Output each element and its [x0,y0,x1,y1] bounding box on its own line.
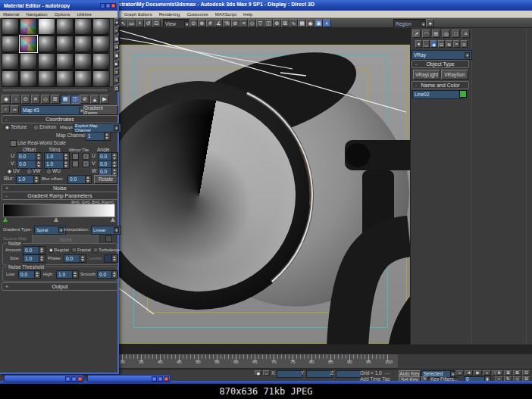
menu-maxscript[interactable]: MAXScript [215,12,236,17]
me-menu-navigation[interactable]: Navigation [26,12,47,17]
coordinates-rollout[interactable]: - Coordinates [2,115,118,123]
zoom-all-icon[interactable]: ⊞ [504,370,512,376]
me-menu-utilities[interactable]: Utilities [77,12,91,17]
sample-slot[interactable] [74,36,92,52]
sample-slot[interactable] [20,18,37,35]
slots-vertical-scrollbar[interactable] [109,18,114,87]
selection-lock-icon[interactable]: ◼ [255,370,261,376]
sample-slot[interactable] [56,70,74,87]
rectangular-selection-icon[interactable]: ▭ [127,19,136,27]
tab-motion[interactable]: ◎ [442,30,450,38]
sample-slot[interactable] [38,53,55,70]
select-by-material-icon[interactable]: ↖ [114,76,119,83]
vraysun-button[interactable]: VRaySun [441,70,468,79]
me-minimize-button[interactable]: _ [100,3,105,8]
sample-slot[interactable] [38,36,55,52]
tab-modify[interactable]: ◠ [422,30,430,38]
wu-radio[interactable] [45,168,52,175]
map-channel-spinner[interactable] [104,132,111,141]
menu-help[interactable]: Help [243,12,252,17]
tab-create[interactable]: ↗ [412,30,421,38]
viewport[interactable] [118,28,410,354]
minwin2-maximize-button[interactable]: □ [158,376,163,382]
me-menu-options[interactable]: Options [55,12,70,17]
sample-slot[interactable] [74,70,92,87]
turbulence-radio[interactable] [92,247,99,253]
minimized-window-2[interactable]: □ □ ✕ [87,375,171,382]
select-rotate-icon[interactable]: ↺ [144,19,152,27]
play-icon[interactable]: ▶ [474,370,482,376]
sample-slot[interactable] [92,36,110,52]
category-space-warps-icon[interactable]: ≈ [453,40,460,48]
transform-type-in-icon[interactable]: ↔ [263,370,270,376]
zoom-region-icon[interactable]: ⊡ [522,370,530,376]
gradient-flag-1[interactable] [54,217,58,222]
size-spinner[interactable] [39,254,45,263]
put-to-library-icon[interactable]: ⊞ [51,95,60,104]
time-slider-row[interactable] [118,344,532,354]
smooth-spinner[interactable] [111,270,118,279]
fractal-radio[interactable] [71,247,77,253]
low-spinner[interactable] [34,270,41,279]
name-and-color-rollout[interactable]: - Name and Color [412,81,469,89]
object-type-rollout[interactable]: - Object Type [412,60,469,68]
minimized-window-1[interactable]: □ □ ✕ [4,375,84,382]
go-to-start-icon[interactable]: « [455,370,464,376]
sample-slot[interactable] [74,18,92,35]
zoom-extents-icon[interactable]: ⊠ [513,370,521,376]
gradient-flag-0[interactable] [3,217,8,222]
use-pivot-icon[interactable]: ⊙ [189,19,198,27]
me-close-button[interactable]: ✕ [111,3,116,8]
category-lights-icon[interactable]: ◆ [430,40,437,48]
phase-spinner[interactable] [80,254,86,263]
next-frame-icon[interactable]: » [483,370,491,376]
select-scale-icon[interactable]: ⊡ [152,19,161,27]
put-material-to-scene-icon[interactable]: ↑ [11,95,20,104]
schematic-view-icon[interactable]: ▦ [298,19,306,27]
minwin2-restore-button[interactable]: □ [152,376,157,382]
menu-rendering[interactable]: Rendering [159,12,180,17]
sample-slot[interactable] [74,53,92,70]
video-color-check-icon[interactable]: ▣ [114,51,119,58]
material-id-channel-icon[interactable]: ⊘ [80,95,89,104]
snapshot-icon[interactable]: ⊕ [273,19,281,27]
make-preview-icon[interactable]: ▶ [114,60,119,67]
category-geometry-icon[interactable]: ● [415,40,422,48]
high-spinner[interactable] [72,270,79,279]
blur-offset-spinner[interactable] [85,175,92,184]
u-tile-checkbox[interactable] [83,153,89,160]
source-map-checkbox[interactable] [105,235,112,242]
me-maximize-button[interactable]: □ [105,3,111,8]
eyedropper-icon[interactable]: ✑ [11,105,19,114]
named-selection-icon[interactable]: ≡ [239,19,248,27]
background-icon[interactable]: ▦ [114,35,119,42]
sample-slot[interactable] [2,53,19,70]
material-editor-window[interactable]: Material Editor - autotropy _ □ ✕ Materi… [0,1,119,374]
z-field[interactable] [336,370,361,378]
sample-slot[interactable] [92,18,110,35]
interpolation-dropdown[interactable]: Linear [91,226,121,235]
real-world-checkbox[interactable] [10,140,17,147]
sample-slot[interactable] [56,53,74,70]
texture-radio[interactable] [4,124,11,131]
category-shapes-icon[interactable]: ◡ [423,40,430,48]
minwin1-maximize-button[interactable]: □ [71,376,77,382]
gradient-type-dropdown[interactable]: Spiral [34,226,66,235]
me-menu-material[interactable]: Material [3,12,19,17]
output-rollout[interactable]: + Output [2,282,118,291]
environ-radio[interactable] [33,124,39,131]
sample-slot[interactable] [2,70,19,87]
angle-snap-icon[interactable]: ∡ [214,19,223,27]
sample-slot[interactable] [92,53,110,70]
minwin2-close-icon[interactable]: ✕ [164,376,169,382]
minwin1-restore-button[interactable]: □ [65,376,70,382]
vraylight-button[interactable]: VRayLight [413,70,440,79]
backlight-icon[interactable]: ◐ [114,26,119,33]
v-tiling-spinner[interactable] [63,160,70,169]
snap-toggle-icon[interactable]: # [206,19,214,27]
uv-radio[interactable] [6,168,13,175]
go-forward-to-sibling-icon[interactable]: ▶ [100,95,109,104]
pick-material-icon[interactable]: ⌕ [2,105,10,114]
slots-horizontal-scrollbar[interactable] [2,88,108,92]
regular-radio[interactable] [48,247,54,253]
